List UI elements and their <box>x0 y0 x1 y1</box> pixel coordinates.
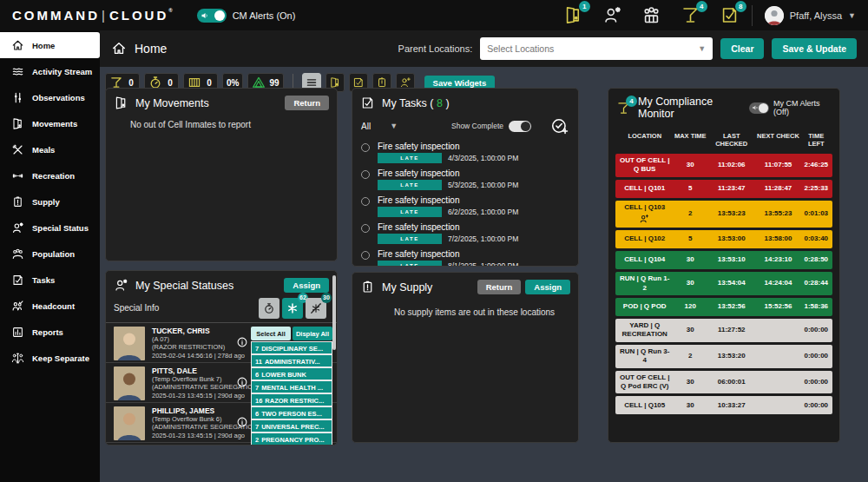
task-row[interactable]: Fire safety inspection LATE 6/2/2025, 1:… <box>361 193 569 220</box>
home-icon <box>11 39 24 52</box>
compliance-row[interactable]: CELL | Q102 5 13:53:00 13:58:00 0:03:40 <box>615 230 832 248</box>
movements-alert-icon[interactable]: 1 <box>563 5 583 25</box>
sidebar-item-reports[interactable]: Reports <box>0 319 100 345</box>
user-menu[interactable]: Pfaff, Alyssa ▼ <box>752 5 868 26</box>
sidebar-item-observations[interactable]: Observations <box>0 84 100 110</box>
compliance-row[interactable]: RUN | Q Run 3-4 2 13:53:20 0:00:00 <box>615 345 832 368</box>
sidebar-item-home[interactable]: Home <box>0 32 100 58</box>
compliance-location: RUN | Q Run 1-2 <box>615 274 674 293</box>
task-row[interactable]: Fire safety inspection LATE 5/3/2025, 1:… <box>361 166 569 193</box>
task-radio[interactable] <box>361 143 370 152</box>
status-filter-item[interactable]: 7MENTAL HEALTH ... <box>251 380 332 393</box>
sidebar-item-special-status[interactable]: Special Status <box>0 215 100 241</box>
status-filter-item[interactable]: 7UNIVERSAL PREC... <box>251 419 332 432</box>
sidebar-item-headcount[interactable]: Headcount <box>0 293 100 319</box>
task-row[interactable]: Fire safety inspection LATE 4/3/2025, 1:… <box>361 139 569 166</box>
compliance-last-checked: 13:53:00 <box>707 234 757 243</box>
supply-assign-button[interactable]: Assign <box>525 280 570 294</box>
show-complete-toggle[interactable] <box>509 121 531 132</box>
special-status-icon[interactable] <box>602 5 622 25</box>
special-statuses-assign-button[interactable]: Assign <box>284 278 329 293</box>
status-filter-item[interactable]: 6LOWER BUNK <box>251 367 332 380</box>
add-task-icon[interactable] <box>550 116 569 135</box>
chevron-down-icon: ▼ <box>848 11 856 20</box>
compliance-time-left: 0:03:40 <box>800 234 833 243</box>
compliance-row[interactable]: CELL | Q105 30 10:33:27 0:00:00 <box>615 396 832 414</box>
scrollbar-thumb[interactable] <box>332 275 336 350</box>
late-badge: LATE <box>378 207 442 217</box>
sidebar-item-movements[interactable]: Movements <box>0 110 100 136</box>
compliance-row[interactable]: CELL | Q101 5 11:23:47 11:28:47 2:25:33 <box>615 180 832 198</box>
status-filter-item[interactable]: 16RAZOR RESTRIC... <box>251 393 332 406</box>
cm-alerts-toggle[interactable] <box>197 9 227 23</box>
task-radio[interactable] <box>361 170 370 179</box>
supply-return-button[interactable]: Return <box>477 280 522 294</box>
sidebar-item-tasks[interactable]: Tasks <box>0 267 100 293</box>
sidebar-item-recreation[interactable]: Recreation <box>0 162 100 188</box>
display-all-button[interactable]: Display All <box>293 327 332 340</box>
compliance-row[interactable]: CELL | Q104 30 13:53:10 14:23:10 0:28:50 <box>615 251 832 269</box>
status-filter-item[interactable]: 11ADMINISTRATIV... <box>251 354 332 367</box>
compliance-row[interactable]: POD | Q POD 120 13:52:56 15:52:56 1:58:3… <box>615 298 832 316</box>
movements-return-button[interactable]: Return <box>285 96 329 110</box>
status-filter-count: 7 <box>255 384 259 392</box>
compliance-row[interactable]: RUN | Q Run 1-2 30 13:54:04 14:24:04 0:2… <box>615 272 832 295</box>
compliance-row[interactable]: OUT OF CELL | Q Pod ERC (V) 30 06:00:01 … <box>615 371 832 394</box>
sidebar-item-activity-stream[interactable]: Activity Stream <box>0 58 100 84</box>
population-icon[interactable] <box>641 5 661 25</box>
inmate-photo <box>114 406 145 440</box>
task-radio[interactable] <box>361 251 370 260</box>
parent-locations-select[interactable]: ▼ <box>480 37 713 60</box>
sidebar-item-keep-separate[interactable]: Keep Separate <box>0 345 100 371</box>
my-cm-alerts-toggle[interactable] <box>749 102 770 114</box>
compliance-location: YARD | Q RECREATION <box>615 321 674 340</box>
compliance-last-checked: 11:27:52 <box>707 326 757 334</box>
sidebar-item-label: Activity Stream <box>32 67 92 76</box>
status-filter-count: 2 <box>255 436 259 444</box>
compliance-row[interactable]: CELL | Q103 2 13:53:23 13:55:23 0:01:03 <box>615 201 832 228</box>
task-row[interactable]: Fire safety inspection LATE 8/1/2025, 1:… <box>361 247 569 267</box>
status-filter-label: RAZOR RESTRIC... <box>265 397 324 405</box>
select-all-button[interactable]: Select All <box>251 327 291 340</box>
compliance-location: POD | Q POD <box>615 302 674 311</box>
status-filter-item[interactable]: 2PREGNANCY PRO... <box>251 432 332 446</box>
inmate-timestamp: 2025-02-04 14:56:16 | 278d ago <box>152 352 245 360</box>
info-icon[interactable] <box>236 376 248 388</box>
compliance-max-time: 30 <box>674 326 707 334</box>
special-status-icon <box>11 221 24 234</box>
info-icon[interactable] <box>236 336 248 348</box>
sidebar-item-population[interactable]: Population <box>0 241 100 267</box>
parent-locations-label: Parent Locations: <box>398 43 473 54</box>
sidebar-item-supply[interactable]: Supply <box>0 188 100 215</box>
info-icon[interactable] <box>236 416 248 428</box>
inactive-statuses-filter-button[interactable]: 30 <box>306 298 326 319</box>
parent-locations-input[interactable] <box>487 43 698 54</box>
inmate-detail: (A 07) <box>152 335 245 343</box>
status-filter-count: 6 <box>255 410 259 418</box>
compliance-row[interactable]: YARD | Q RECREATION 30 11:27:52 0:00:00 <box>615 319 832 342</box>
compliance-next-check: 13:55:23 <box>757 209 800 218</box>
task-list: Fire safety inspection LATE 4/3/2025, 1:… <box>352 139 578 267</box>
tasks-widget-title: My Tasks ( 8 ) <box>382 97 450 109</box>
tasks-filter-dropdown[interactable]: All ▼ <box>361 122 431 131</box>
task-row[interactable]: Fire safety inspection LATE 7/2/2025, 1:… <box>361 220 569 247</box>
inmate-timestamp: 2025-01-23 13:45:15 | 290d ago <box>152 432 260 439</box>
task-radio[interactable] <box>361 224 370 233</box>
save-update-button[interactable]: Save & Update <box>772 38 857 59</box>
my-movements-widget: My Movements Return No out of Cell Inmat… <box>105 88 338 261</box>
my-special-statuses-widget: My Special Statuses Assign Special Info … <box>105 270 338 446</box>
task-radio[interactable] <box>361 197 370 206</box>
compliance-row[interactable]: OUT OF CELL | Q BUS 30 11:02:06 11:07:55… <box>615 154 832 177</box>
status-filter-item[interactable]: 7DISCIPLINARY SE... <box>251 341 332 354</box>
clear-button[interactable]: Clear <box>720 38 764 59</box>
compliance-martini-icon[interactable]: 4 <box>681 5 700 25</box>
timer-filter-button[interactable] <box>259 298 279 319</box>
supply-widget-title: My Supply <box>382 281 432 294</box>
tasks-icon[interactable]: 8 <box>720 5 740 25</box>
sidebar-item-meals[interactable]: Meals <box>0 136 100 162</box>
status-filter-item[interactable]: 6TWO PERSON ES... <box>251 406 332 419</box>
status-filter-panel: Select All Display All 7DISCIPLINARY SE.… <box>251 327 332 446</box>
special-status-icon <box>639 214 650 225</box>
compliance-last-checked: 11:02:06 <box>707 161 757 169</box>
active-statuses-filter-button[interactable]: 62 <box>282 298 303 319</box>
